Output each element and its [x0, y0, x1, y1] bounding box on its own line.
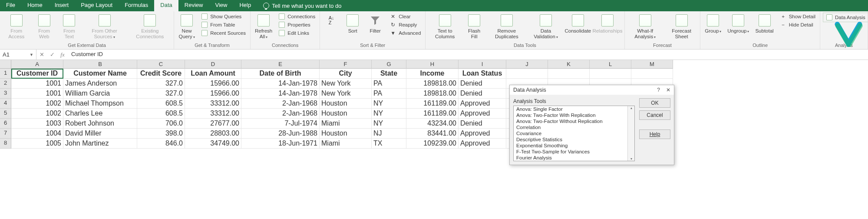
cell-city[interactable]: New York [320, 79, 372, 89]
row-header[interactable]: 8 [0, 139, 11, 149]
name-box[interactable]: A1▼ [0, 50, 36, 60]
tell-me-search[interactable]: Tell me what you want to do [257, 0, 347, 11]
cell-income[interactable]: 83441.00 [406, 129, 459, 139]
ungroup-button[interactable]: Ungroup▾ [726, 13, 751, 35]
cell-customer-name[interactable]: Charles Lee [63, 109, 137, 119]
cell-credit-score[interactable]: 608.5 [137, 99, 185, 109]
table-header-cell[interactable]: Date of Birth [241, 69, 320, 79]
ok-button[interactable]: OK [639, 98, 670, 108]
tab-formulas[interactable]: Formulas [119, 0, 154, 11]
cell-credit-score[interactable]: 398.0 [137, 129, 185, 139]
cell-customer-id[interactable]: 1001 [11, 79, 63, 89]
cell-credit-score[interactable]: 846.0 [137, 139, 185, 149]
cell-loan-status[interactable]: Approved [459, 99, 506, 109]
column-header[interactable]: I [459, 60, 506, 69]
cell-state[interactable]: PA [372, 89, 406, 99]
cell-loan-status[interactable]: Approved [459, 109, 506, 119]
cell-dob[interactable]: 14-Jan-1978 [241, 89, 320, 99]
subtotal-button[interactable]: Subtotal [753, 13, 775, 35]
analysis-tool-item[interactable]: Anova: Two-Factor With Replication [514, 112, 634, 118]
cell-loan-amount[interactable]: 33312.00 [185, 99, 241, 109]
from-web-button[interactable]: From Web [33, 13, 56, 40]
cell-state[interactable]: NY [372, 99, 406, 109]
cell-loan-amount[interactable]: 28803.00 [185, 129, 241, 139]
edit-links-button[interactable]: Edit Links [277, 29, 317, 37]
tab-review[interactable]: Review [178, 0, 209, 11]
cell-loan-status[interactable]: Denied [459, 89, 506, 99]
row-header[interactable]: 4 [0, 99, 11, 109]
cell-city[interactable]: Miami [320, 139, 372, 149]
table-header-cell[interactable]: City [320, 69, 372, 79]
from-other-sources-button[interactable]: From Other Sources▾ [83, 13, 126, 40]
from-table-button[interactable]: From Table [199, 21, 248, 29]
cell-income[interactable]: 161189.00 [406, 109, 459, 119]
analysis-tools-list[interactable]: Anova: Single FactorAnova: Two-Factor Wi… [513, 106, 635, 149]
cell-loan-amount[interactable]: 15966.00 [185, 79, 241, 89]
column-header[interactable]: L [590, 60, 631, 69]
cell-customer-name[interactable]: William Garcia [63, 89, 137, 99]
existing-connections-button[interactable]: Existing Connections [129, 13, 172, 40]
data-validation-button[interactable]: Data Validation▾ [529, 13, 562, 40]
row-header[interactable]: 5 [0, 109, 11, 119]
table-header-cell[interactable]: State [372, 69, 406, 79]
empty-cell[interactable] [631, 69, 673, 79]
cell-income[interactable]: 43234.00 [406, 119, 459, 129]
forecast-sheet-button[interactable]: Forecast Sheet [666, 13, 697, 40]
show-detail-button[interactable]: +Show Detail [778, 13, 817, 20]
cell-state[interactable]: NJ [372, 129, 406, 139]
connections-button[interactable]: Connections [277, 13, 317, 20]
table-header-cell[interactable]: Customer Name [63, 69, 137, 79]
cell-dob[interactable]: 2-Jan-1968 [241, 99, 320, 109]
column-header[interactable]: F [320, 60, 372, 69]
table-header-cell[interactable]: Loan Status [459, 69, 506, 79]
help-icon[interactable]: ? [657, 87, 660, 93]
flash-fill-button[interactable]: Flash Fill [464, 13, 484, 40]
cell-city[interactable]: Houston [320, 109, 372, 119]
recent-sources-button[interactable]: Recent Sources [199, 29, 248, 37]
cell-state[interactable]: NY [372, 109, 406, 119]
analysis-tool-item[interactable]: Exponential Smoothing [514, 143, 634, 149]
row-header[interactable]: 3 [0, 89, 11, 99]
tab-help[interactable]: Help [233, 0, 257, 11]
cell-loan-amount[interactable]: 34749.00 [185, 139, 241, 149]
text-to-columns-button[interactable]: Text to Columns [428, 13, 462, 40]
cell-customer-id[interactable]: 1002 [11, 99, 63, 109]
row-header[interactable]: 6 [0, 119, 11, 129]
select-all-corner[interactable] [0, 60, 11, 69]
cell-customer-name[interactable]: James Anderson [63, 79, 137, 89]
cancel-button[interactable]: Cancel [639, 110, 670, 120]
cell-city[interactable]: Houston [320, 99, 372, 109]
empty-cell[interactable] [506, 69, 548, 79]
analysis-tool-item[interactable]: Correlation [514, 124, 634, 130]
scrollbar[interactable]: ▴▾ [627, 106, 634, 149]
column-header[interactable]: J [506, 60, 548, 69]
cell-dob[interactable]: 14-Jan-1978 [241, 79, 320, 89]
clear-filter-button[interactable]: ✕Clear [388, 13, 422, 20]
close-icon[interactable]: ✕ [666, 87, 670, 93]
analysis-tool-item[interactable]: Anova: Two-Factor Without Replication [514, 118, 634, 124]
analysis-tool-item[interactable]: Covariance [514, 130, 634, 136]
cell-state[interactable]: NY [372, 119, 406, 129]
cell-customer-id[interactable]: 1005 [11, 139, 63, 149]
group-button[interactable]: Group▾ [703, 13, 723, 35]
from-access-button[interactable]: From Access [3, 13, 30, 40]
cell-state[interactable]: PA [372, 79, 406, 89]
empty-cell[interactable] [590, 69, 631, 79]
empty-cell[interactable] [548, 69, 590, 79]
table-header-cell[interactable]: Credit Score [137, 69, 185, 79]
table-header-cell[interactable]: Customer ID [11, 69, 63, 79]
formula-input[interactable]: Customer ID [68, 50, 868, 60]
refresh-all-button[interactable]: Refresh All▾ [253, 13, 274, 40]
advanced-filter-button[interactable]: ▼Advanced [388, 29, 422, 37]
new-query-button[interactable]: New Query▾ [177, 13, 197, 40]
analysis-tool-item[interactable]: Anova: Single Factor [514, 106, 634, 112]
from-text-button[interactable]: From Text [58, 13, 80, 40]
cell-income[interactable]: 161189.00 [406, 99, 459, 109]
cell-dob[interactable]: 2-Jan-1968 [241, 109, 320, 119]
cell-credit-score[interactable]: 706.0 [137, 119, 185, 129]
cell-customer-id[interactable]: 1002 [11, 109, 63, 119]
cancel-formula-button[interactable]: ✕ [36, 50, 47, 60]
cell-city[interactable]: New York [320, 89, 372, 99]
cell-city[interactable]: Miami [320, 119, 372, 129]
properties-button[interactable]: Properties [277, 21, 317, 29]
